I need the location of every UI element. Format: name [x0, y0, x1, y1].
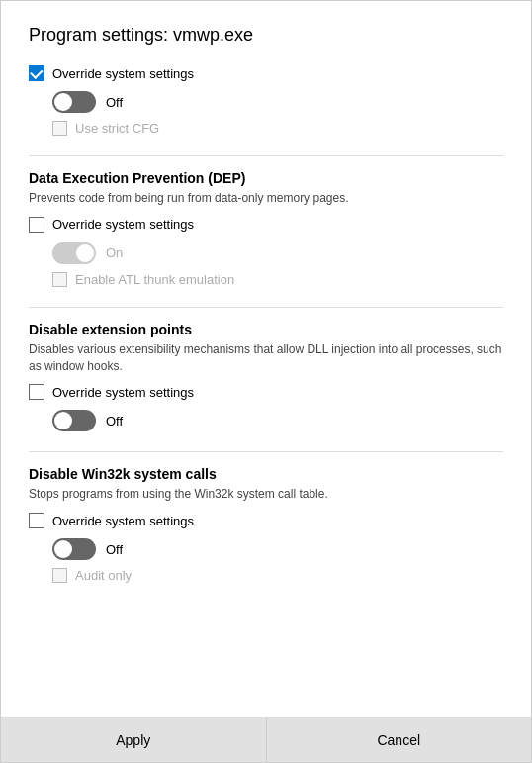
divider-2: [29, 307, 503, 308]
section-desc-ext: Disables various extensibility mechanism…: [29, 341, 503, 375]
override-row-dep: Override system settings: [29, 217, 503, 233]
apply-button[interactable]: Apply: [1, 718, 267, 762]
section-dep: Data Execution Prevention (DEP) Prevents…: [29, 170, 503, 287]
override-row-ext: Override system settings: [29, 384, 503, 400]
override-label-win32k: Override system settings: [52, 514, 194, 528]
footer: Apply Cancel: [1, 717, 531, 762]
content-area: Program settings: vmwp.exe Override syst…: [1, 1, 531, 717]
sub-checkbox-label-win32k: Audit only: [75, 568, 132, 583]
sub-checkbox-row-win32k: Audit only: [52, 568, 503, 583]
cancel-button[interactable]: Cancel: [267, 718, 532, 762]
override-checkbox-cfg[interactable]: [29, 65, 44, 81]
sub-checkbox-row-cfg: Use strict CFG: [52, 121, 503, 136]
toggle-row-ext: Off: [52, 410, 503, 431]
sub-checkbox-row-dep: Enable ATL thunk emulation: [52, 272, 503, 287]
override-checkbox-dep[interactable]: [29, 217, 44, 233]
sub-checkbox-dep[interactable]: [52, 272, 67, 287]
divider-1: [29, 155, 503, 156]
override-label-dep: Override system settings: [52, 217, 194, 232]
toggle-label-dep: On: [106, 245, 123, 260]
toggle-row-dep: On: [52, 242, 503, 264]
section-title-dep: Data Execution Prevention (DEP): [29, 170, 503, 186]
toggle-thumb-dep: [76, 244, 94, 262]
toggle-label-cfg: Off: [106, 95, 123, 110]
sub-checkbox-cfg[interactable]: [52, 121, 67, 136]
toggle-thumb-ext: [54, 412, 72, 429]
section-desc-win32k: Stops programs from using the Win32k sys…: [29, 486, 503, 503]
override-checkbox-ext[interactable]: [29, 384, 44, 400]
section-cfg: Override system settings Off Use strict …: [29, 65, 503, 136]
toggle-ext[interactable]: [52, 410, 96, 431]
toggle-thumb-win32k: [54, 540, 72, 558]
toggle-label-win32k: Off: [106, 542, 123, 557]
toggle-row-win32k: Off: [52, 538, 503, 560]
toggle-row-cfg: Off: [52, 91, 503, 113]
toggle-label-ext: Off: [106, 414, 123, 429]
override-row-win32k: Override system settings: [29, 513, 503, 528]
toggle-thumb-cfg: [54, 93, 72, 111]
toggle-track-win32k: [52, 538, 96, 560]
section-title-ext: Disable extension points: [29, 322, 503, 337]
section-ext: Disable extension points Disables variou…: [29, 322, 503, 432]
sub-checkbox-label-cfg: Use strict CFG: [75, 121, 159, 136]
sub-checkbox-win32k[interactable]: [52, 568, 67, 583]
section-desc-dep: Prevents code from being run from data-o…: [29, 190, 503, 207]
section-win32k: Disable Win32k system calls Stops progra…: [29, 466, 503, 583]
main-window: Program settings: vmwp.exe Override syst…: [0, 0, 532, 763]
toggle-win32k[interactable]: [52, 538, 96, 560]
override-row-cfg: Override system settings: [29, 65, 503, 81]
override-label-cfg: Override system settings: [52, 66, 194, 81]
override-checkbox-win32k[interactable]: [29, 513, 44, 528]
window-title: Program settings: vmwp.exe: [29, 25, 503, 46]
toggle-dep[interactable]: [52, 242, 96, 264]
override-label-ext: Override system settings: [52, 385, 194, 400]
toggle-cfg[interactable]: [52, 91, 96, 113]
toggle-track-dep: [52, 242, 96, 264]
sub-checkbox-label-dep: Enable ATL thunk emulation: [75, 272, 234, 287]
section-title-win32k: Disable Win32k system calls: [29, 466, 503, 482]
divider-3: [29, 451, 503, 452]
toggle-track-cfg: [52, 91, 96, 113]
toggle-track-ext: [52, 410, 96, 431]
